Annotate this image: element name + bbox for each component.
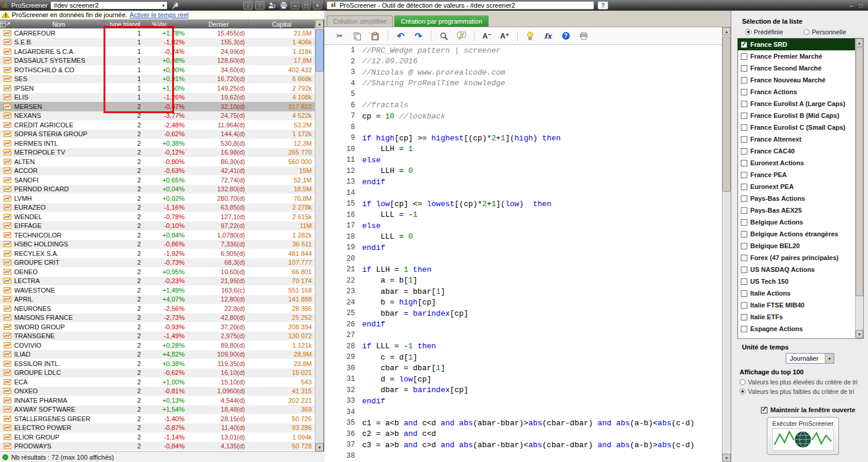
list-item[interactable]: Italie FTSE MIB40	[738, 299, 863, 311]
table-row[interactable]: IPSEN1+1,50%149,25(d)2 792k	[0, 84, 315, 93]
list-checkbox-icon[interactable]	[741, 278, 747, 285]
list-checkbox-icon[interactable]	[741, 65, 747, 72]
list-item[interactable]: France SRD	[738, 38, 863, 50]
table-row[interactable]: ONXEO2-0,81%1,0960(d)41 315	[0, 387, 315, 396]
table-row[interactable]: STALLERGENES GREER2-1,40%28,15(d)50 726	[0, 414, 315, 424]
cut-icon[interactable]: ✂	[333, 30, 347, 43]
radio-predefinie[interactable]: Prédéfinie	[746, 28, 783, 36]
list-checkbox-icon[interactable]	[741, 243, 747, 249]
list-checkbox-icon[interactable]	[741, 195, 747, 202]
table-row[interactable]: COVIVIO2+0,28%89,80(d)1 121k	[0, 341, 315, 350]
list-item[interactable]: Euronext PEA	[738, 181, 863, 192]
table-row[interactable]: PRODWAYS2-0,84%4,135(d)50 728	[0, 442, 315, 451]
function-icon[interactable]: fx	[541, 30, 555, 43]
list-checkbox-icon[interactable]	[741, 124, 747, 131]
table-row[interactable]: SOPRA STERIA GROUP2-0,62%144,4(d)1 172k	[0, 130, 315, 139]
table-row[interactable]: SWORD GROUP2-0,93%37,20(d)208 394	[0, 322, 315, 332]
column-header-dernier[interactable]: Dernier	[189, 20, 249, 28]
list-checkbox-icon[interactable]	[741, 231, 747, 238]
table-row[interactable]: TECHNICOLOR2+0,84%1,0780(d)1 282k	[0, 230, 315, 240]
table-row[interactable]: LVMH2+0,02%280,70(d)76,8M	[0, 194, 315, 203]
list-vertical-scrollbar[interactable]	[855, 38, 863, 338]
scroll-down-icon[interactable]	[856, 330, 863, 338]
execute-proscreener-button[interactable]: Exécuter ProScreener	[767, 417, 839, 455]
table-row[interactable]: ROTHSCHILD & CO1+0,00%34,60(d)402 432	[0, 65, 315, 75]
table-row[interactable]: APRIL2+4,07%12,80(d)141 888	[0, 295, 315, 304]
list-checkbox-icon[interactable]	[741, 314, 747, 320]
list-checkbox-icon[interactable]	[741, 302, 747, 309]
table-row[interactable]: ACCOR2-0,63%42,41(d)15M	[0, 166, 315, 176]
list-item[interactable]: Pays-Bas Actions	[738, 192, 863, 204]
column-header-nom[interactable]: Nom	[14, 20, 104, 28]
list-item[interactable]: France PEA	[738, 169, 863, 181]
list-checkbox-icon[interactable]	[741, 77, 747, 84]
list-item[interactable]: Belgique Actions	[738, 216, 863, 228]
help-icon[interactable]	[598, 1, 608, 9]
paste-icon[interactable]	[368, 30, 382, 43]
radio-personnelle[interactable]: Personnelle	[804, 28, 846, 36]
table-row[interactable]: PERNOD RICARD2+0,04%132,80(d)18,5M	[0, 185, 315, 194]
code-editor[interactable]: 1//PRC_Wedge pattern | screener2//12.09.…	[324, 45, 722, 462]
table-row[interactable]: AXWAY SOFTWARE2+1,54%18,48(d)369	[0, 405, 315, 415]
radio-top-lowest[interactable]: Valeurs les plus faibles du critère de t…	[740, 388, 854, 395]
maximize-button[interactable]	[302, 2, 311, 9]
table-row[interactable]: ALTEN2-0,80%86,30(d)560 000	[0, 157, 315, 166]
search-icon[interactable]	[437, 30, 451, 43]
list-item[interactable]: France Nouveau Marché	[738, 74, 863, 86]
list-item[interactable]: Italie ETFs	[738, 311, 863, 323]
font-decrease-icon[interactable]: A⁻	[480, 30, 494, 43]
list-checkbox-icon[interactable]	[741, 326, 747, 332]
list-checkbox-icon[interactable]	[741, 41, 747, 48]
scroll-up-icon[interactable]	[315, 20, 324, 28]
scrollbar-thumb[interactable]	[856, 47, 863, 296]
list-item[interactable]: Belgique Actions étrangères	[738, 228, 863, 240]
minimize-button[interactable]	[291, 2, 299, 9]
font-increase-icon[interactable]: A⁺	[498, 30, 512, 43]
copy-icon[interactable]	[350, 30, 364, 43]
list-item[interactable]: France Premier Marché	[738, 50, 863, 62]
list-item[interactable]: France Actions	[738, 86, 863, 98]
undo-icon[interactable]: ↶	[393, 30, 408, 43]
scrollbar-thumb[interactable]	[722, 37, 731, 192]
table-row[interactable]: MAISONS FRANCE2-2,73%42,80(d)25 252	[0, 313, 315, 323]
list-item[interactable]: US Tech 150	[738, 275, 863, 287]
table-row[interactable]: NEXANS2-3,77%24,75(d)4 522k	[0, 111, 315, 121]
table-row[interactable]: TRANSGENE2-1,49%2,975(d)130 072	[0, 332, 315, 341]
list-item[interactable]: France Eurolist B (Mid Caps)	[738, 110, 863, 121]
list-item[interactable]: France CAC40	[738, 145, 863, 157]
list-item[interactable]: France Eurolist A (Large Caps)	[738, 98, 863, 110]
results-vertical-scrollbar[interactable]	[315, 20, 324, 451]
scroll-down-icon[interactable]	[315, 443, 324, 451]
table-row[interactable]: S.E.B.1-1,02%155,3(d)1 406k	[0, 38, 315, 47]
scroll-up-icon[interactable]	[722, 27, 731, 36]
redo-icon[interactable]: ↷	[411, 30, 425, 43]
column-header-var[interactable]: %Var	[150, 20, 189, 28]
table-row[interactable]: ELIS1-1,26%19,62(d)4 108k	[0, 93, 315, 102]
list-checkbox-icon[interactable]	[741, 207, 747, 214]
table-row[interactable]: ELECTRO POWER2-0,87%11,40(d)93 286	[0, 424, 315, 433]
list-checkbox-icon[interactable]	[741, 219, 747, 226]
list-checkbox-icon[interactable]	[741, 148, 747, 155]
table-row[interactable]: EIFFAGE2-0,10%97,22(d)11M	[0, 222, 315, 231]
list-item[interactable]: Espagne Actions	[738, 323, 863, 335]
table-row[interactable]: CARREFOUR1+1,78%15,455(d)21,5M	[0, 28, 315, 38]
table-row[interactable]: GROUPE CRIT2-0,73%68,3(d)107 777	[0, 258, 315, 268]
screener-selector-dropdown[interactable]: #dev screener2	[50, 1, 167, 9]
close-button[interactable]	[313, 2, 322, 9]
list-checkbox-icon[interactable]	[741, 136, 747, 143]
tab-creation-simplifiee[interactable]: Création simplifiée	[327, 15, 393, 27]
list-checkbox-icon[interactable]	[741, 53, 747, 60]
table-row[interactable]: ESSILOR INTL.2+0,38%119,35(d)23,8M	[0, 359, 315, 368]
list-checkbox-icon[interactable]	[741, 89, 747, 95]
timeframe-dropdown[interactable]: Journalier	[786, 353, 834, 364]
list-checkbox-icon[interactable]	[741, 184, 747, 190]
maximize-button[interactable]	[856, 2, 866, 9]
scrollbar-thumb[interactable]	[315, 29, 324, 72]
list-checkbox-icon[interactable]	[741, 113, 747, 119]
list-item[interactable]: France Second Marché	[738, 62, 863, 74]
activate-realtime-link[interactable]: Activer le temps réel	[130, 11, 189, 18]
hint-icon[interactable]	[523, 30, 537, 43]
list-item[interactable]: Euronext Actions	[738, 157, 863, 169]
table-row[interactable]: SES1+0,91%16,720(d)6 668k	[0, 75, 315, 84]
table-row[interactable]: EURAZEO2-1,16%63,85(d)2 278k	[0, 203, 315, 213]
